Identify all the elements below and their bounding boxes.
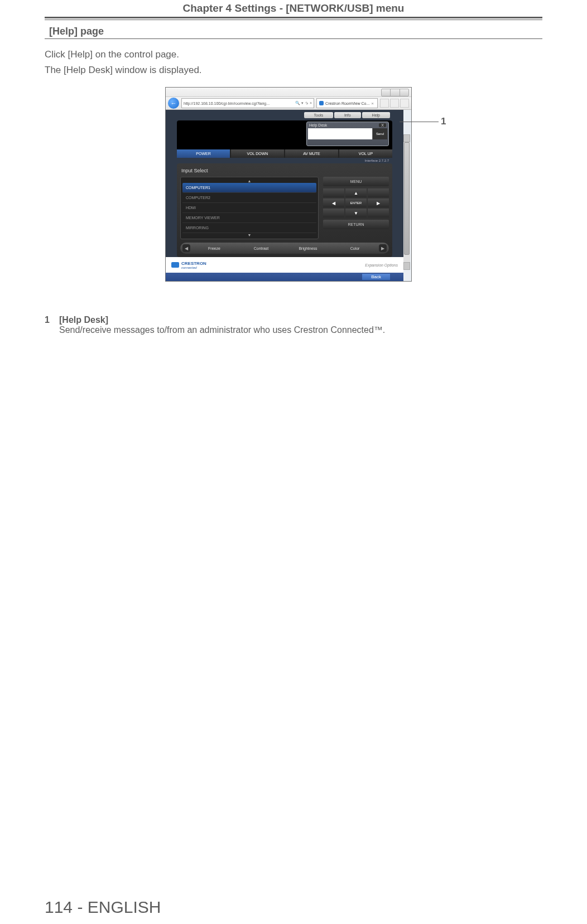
legend: 1 [Help Desk] Send/receive messages to/f… — [45, 315, 542, 335]
tab-title: Crestron RoomView Co... — [325, 101, 369, 105]
tab-tools[interactable]: Tools — [304, 112, 333, 118]
crestron-brand: CRESTRON — [181, 261, 206, 266]
help-desk-send[interactable]: Send — [372, 128, 387, 139]
window-controls[interactable] — [381, 89, 409, 96]
tab-help[interactable]: Help — [362, 112, 390, 118]
color-button[interactable]: Color — [332, 246, 378, 250]
scrollbar[interactable] — [403, 134, 410, 270]
back-bar: Back — [166, 273, 403, 281]
freeze-button[interactable]: Freeze — [191, 246, 237, 250]
window-titlebar — [166, 88, 411, 97]
callout-leader-line — [400, 122, 439, 122]
help-desk-title: Help Desk — [309, 123, 327, 127]
callout-label-1: 1 — [441, 116, 446, 127]
menu-button[interactable]: MENU — [323, 177, 389, 186]
arrow-up-icon[interactable]: ▲ — [345, 188, 367, 197]
address-bar[interactable]: http://192.168.10.100/cgi-bin/roomview.c… — [181, 98, 314, 108]
interface-version: Interface 2.7.2.7 — [177, 158, 392, 163]
arrow-left-icon[interactable]: ◀ — [323, 199, 344, 207]
main-buttons: POWER VOL DOWN AV MUTE VOL UP — [177, 149, 392, 158]
adjust-left-icon[interactable]: ◀ — [182, 244, 190, 252]
help-desk-close[interactable]: X — [379, 123, 386, 127]
input-computer2[interactable]: COMPUTER2 — [182, 193, 316, 203]
help-desk-input[interactable] — [308, 128, 372, 139]
input-panel-title: Input Select — [180, 167, 389, 177]
input-mirroring[interactable]: MIRRORING — [182, 223, 316, 233]
enter-button[interactable]: ENTER — [345, 199, 367, 207]
screenshot-figure: ← http://192.168.10.100/cgi-bin/roomview… — [165, 87, 422, 282]
arrow-right-icon[interactable]: ▶ — [368, 199, 389, 207]
legend-title: [Help Desk] — [59, 315, 108, 325]
browser-window: ← http://192.168.10.100/cgi-bin/roomview… — [165, 87, 412, 282]
input-computer1[interactable]: COMPUTER1 — [182, 183, 316, 193]
display-area: Help Desk X Send — [177, 120, 392, 149]
adjust-right-icon[interactable]: ▶ — [379, 244, 387, 252]
tab-info[interactable]: Info — [334, 112, 361, 118]
arrow-down-icon[interactable]: ▼ — [345, 209, 367, 217]
tab-close-icon[interactable]: × — [371, 101, 374, 106]
back-button[interactable]: Back — [362, 274, 390, 280]
toolbar-icons[interactable] — [380, 99, 409, 108]
section-title: [Help] page — [45, 25, 542, 39]
url-text: http://192.168.10.100/cgi-bin/roomview.c… — [184, 101, 270, 105]
header-rule — [45, 17, 542, 20]
expansion-options[interactable]: Expansion Options — [365, 263, 398, 267]
nav-controls: MENU ▲ ◀ ENTER ▶ ▼ — [323, 177, 389, 239]
legend-number: 1 — [45, 315, 52, 335]
voldown-button[interactable]: VOL DOWN — [231, 149, 284, 158]
main-area: Help Desk X Send POWER VOL DOWN AV — [177, 120, 392, 257]
body-line-1: Click [Help] on the control page. — [45, 49, 542, 60]
browser-tab[interactable]: Crestron RoomView Co... × — [316, 98, 378, 108]
help-desk-popup: Help Desk X Send — [306, 122, 389, 146]
return-button[interactable]: RETURN — [323, 220, 389, 229]
body-line-2: The [Help Desk] window is displayed. — [45, 65, 542, 76]
crestron-footer: CRESTRON connected Expansion Options — [166, 257, 403, 273]
arrow-pad: ▲ ◀ ENTER ▶ ▼ — [323, 188, 389, 217]
adjust-bar: ◀ Freeze Contrast Brightness Color ▶ — [180, 243, 389, 254]
crestron-connected: connected — [181, 266, 206, 269]
page: Chapter 4 Settings - [NETWORK/USB] menu … — [0, 0, 587, 335]
top-tabs: Tools Info Help — [166, 110, 403, 118]
avmute-button[interactable]: AV MUTE — [285, 149, 338, 158]
legend-text: [Help Desk] Send/receive messages to/fro… — [59, 315, 385, 335]
tab-favicon-icon — [319, 101, 324, 105]
chapter-header: Chapter 4 Settings - [NETWORK/USB] menu — [45, 0, 542, 17]
input-list: ▲ COMPUTER1 COMPUTER2 HDMI MEMORY VIEWER… — [180, 177, 319, 239]
power-button[interactable]: POWER — [177, 149, 230, 158]
legend-description: Send/receive messages to/from an adminis… — [59, 325, 385, 335]
scrollbar-thumb[interactable] — [404, 142, 410, 255]
back-button-icon[interactable]: ← — [168, 98, 179, 109]
browser-toolbar: ← http://192.168.10.100/cgi-bin/roomview… — [166, 97, 411, 110]
contrast-button[interactable]: Contrast — [238, 246, 284, 250]
crestron-logo-icon — [171, 262, 179, 268]
input-panel: Input Select ▲ COMPUTER1 COMPUTER2 HDMI … — [177, 163, 392, 257]
volup-button[interactable]: VOL UP — [339, 149, 392, 158]
input-hdmi[interactable]: HDMI — [182, 203, 316, 213]
input-memory-viewer[interactable]: MEMORY VIEWER — [182, 213, 316, 223]
brightness-button[interactable]: Brightness — [285, 246, 331, 250]
roomview-content: Tools Info Help Help Desk X — [166, 110, 403, 281]
crestron-logo: CRESTRON connected — [171, 261, 206, 269]
